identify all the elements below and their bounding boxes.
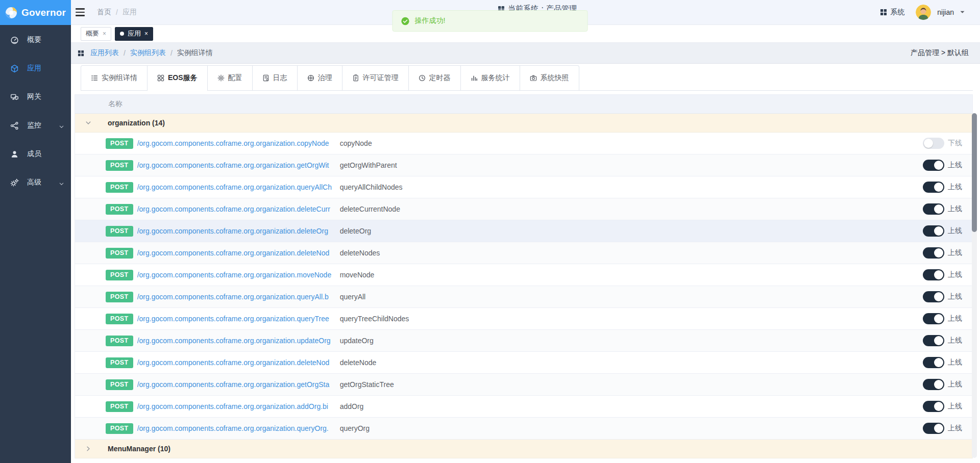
service-path-link[interactable]: /org.gocom.components.coframe.org.organi… [137,161,332,169]
tab-label: 系统快照 [541,73,569,83]
status-toggle[interactable] [923,423,944,434]
status-control: 上线 [923,182,962,193]
toggle-knob [934,358,943,367]
service-path-link[interactable]: /org.gocom.components.coframe.org.organi… [137,227,332,235]
system-menu-label: 系统 [890,8,904,17]
status-label: 上线 [948,204,962,214]
status-toggle[interactable] [923,160,944,171]
method-badge: POST [106,160,133,171]
tab-service-stats[interactable]: 服务统计 [461,65,520,90]
clock-icon [419,74,426,82]
toggle-knob [934,226,943,236]
breadcrumb-home[interactable]: 首页 [97,8,111,17]
tab-label: 实例组详情 [102,73,137,83]
close-icon[interactable]: × [144,31,148,37]
breadcrumb-instance-group-list[interactable]: 实例组列表 [130,48,166,58]
status-toggle[interactable] [923,401,944,412]
status-toggle[interactable] [923,291,944,302]
tab-license-management[interactable]: 许可证管理 [342,65,409,90]
tab-system-snapshot[interactable]: 系统快照 [520,65,579,90]
tab-instance-group-detail[interactable]: 实例组详情 [81,65,148,90]
sidebar-item-member[interactable]: 成员 [0,140,71,168]
tag-overview[interactable]: 概要 × [81,27,111,41]
status-control: 上线 [923,357,962,368]
tab-timer[interactable]: 定时器 [409,65,461,90]
status-toggle[interactable] [923,247,944,259]
service-name: copyNode [340,139,923,147]
service-row: POST/org.gocom.components.coframe.org.or… [75,133,972,155]
status-toggle[interactable] [923,269,944,280]
service-row: POST/org.gocom.components.coframe.org.or… [75,330,972,352]
status-control: 上线 [923,379,962,390]
status-toggle[interactable] [923,182,944,193]
service-row: POST/org.gocom.components.coframe.org.or… [75,286,972,308]
gateway-icon [10,93,19,101]
status-toggle[interactable] [923,313,944,324]
service-path-link[interactable]: /org.gocom.components.coframe.org.organi… [137,183,332,191]
service-path-link[interactable]: /org.gocom.components.coframe.org.organi… [137,205,332,213]
tab-logs[interactable]: 日志 [253,65,298,90]
app-cube-icon [10,64,19,73]
chevron-right-icon[interactable] [85,446,91,452]
breadcrumb-separator: / [170,49,173,57]
group-row[interactable]: organization (14) [75,114,972,133]
camera-icon [530,74,537,82]
sidebar-item-label: 成员 [27,149,64,159]
status-control: 上线 [923,423,962,434]
status-toggle[interactable] [923,138,944,149]
status-toggle[interactable] [923,203,944,215]
service-path-link[interactable]: /org.gocom.components.coframe.org.organi… [137,271,332,279]
service-path-link[interactable]: /org.gocom.components.coframe.org.organi… [137,402,332,410]
service-row: POST/org.gocom.components.coframe.org.or… [75,220,972,242]
sidebar-item-overview[interactable]: 概要 [0,25,71,54]
status-toggle[interactable] [923,335,944,346]
service-path-link[interactable]: /org.gocom.components.coframe.org.organi… [137,139,332,147]
breadcrumb-app-list[interactable]: 应用列表 [90,48,119,58]
user-name[interactable]: nijian [937,8,954,16]
close-icon[interactable]: × [103,31,106,37]
tab-label: 配置 [228,73,242,83]
sidebar-item-monitor[interactable]: 监控 [0,111,71,140]
service-path-link[interactable]: /org.gocom.components.coframe.org.organi… [137,249,332,257]
service-row: POST/org.gocom.components.coframe.org.or… [75,418,972,440]
status-toggle[interactable] [923,379,944,390]
chevron-down-icon[interactable] [85,120,91,126]
service-name: deleteNode [340,358,923,367]
avatar[interactable] [916,5,931,20]
service-name: updateOrg [340,337,923,345]
service-path-link[interactable]: /org.gocom.components.coframe.org.organi… [137,315,332,323]
service-path-link[interactable]: /org.gocom.components.coframe.org.organi… [137,337,332,345]
sidebar-item-app[interactable]: 应用 [0,54,71,83]
service-path-link[interactable]: /org.gocom.components.coframe.org.organi… [137,424,332,432]
service-path-link[interactable]: /org.gocom.components.coframe.org.organi… [137,380,332,389]
status-control: 上线 [923,160,962,171]
tag-app[interactable]: 应用 × [115,27,153,41]
system-menu-button[interactable]: 系统 [880,8,904,17]
service-path-link[interactable]: /org.gocom.components.coframe.org.organi… [137,358,332,367]
status-label: 上线 [948,248,962,258]
active-dot [120,32,124,36]
status-control: 上线 [923,247,962,259]
sidebar-item-advanced[interactable]: 高级 [0,168,71,197]
vertical-scrollbar[interactable] [972,113,977,458]
caret-down-icon[interactable] [960,11,965,14]
sidebar-item-gateway[interactable]: 网关 [0,83,71,111]
method-badge: POST [106,292,133,302]
tab-governance[interactable]: 治理 [298,65,342,90]
method-badge: POST [106,270,133,280]
service-name: queryOrg [340,424,923,432]
app-logo[interactable]: Governor [0,0,71,25]
status-toggle[interactable] [923,225,944,237]
sidebar-item-label: 网关 [27,92,64,101]
tab-config[interactable]: 配置 [208,65,253,90]
success-toast: 操作成功! [393,10,588,32]
service-name: queryAllChildNodes [340,183,923,191]
group-row[interactable]: MenuManager (10) [75,440,972,458]
status-label: 上线 [948,380,962,389]
service-path-link[interactable]: /org.gocom.components.coframe.org.organi… [137,293,332,301]
tab-eos-service[interactable]: EOS服务 [148,65,208,90]
topbar-right: 系统 nijian [880,5,965,20]
status-toggle[interactable] [923,357,944,368]
menu-icon[interactable] [75,7,86,17]
scrollbar-thumb[interactable] [972,113,977,232]
